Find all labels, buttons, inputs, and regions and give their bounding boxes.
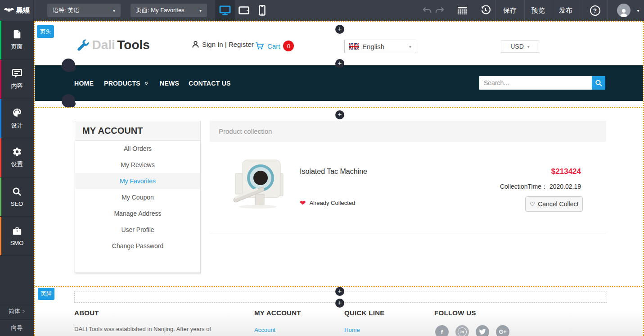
sidebar-item-label: SMO (10, 240, 24, 246)
add-block-button[interactable]: + (335, 110, 344, 119)
footer-follow-title: FOLLOW US (434, 309, 476, 317)
sidebar-item-pages[interactable]: 页面 (0, 21, 34, 60)
account-item-change-password[interactable]: Change Password (75, 238, 200, 254)
signin-register-label: Sign In | Register (202, 41, 254, 48)
cancel-collect-button[interactable]: ♡ Cancel Collect (525, 196, 583, 212)
header-section-tag[interactable]: 页头 (37, 25, 54, 38)
linkedin-label: in (458, 327, 467, 336)
twitter-icon[interactable] (476, 325, 489, 336)
stripe-smo (0, 217, 1, 255)
heart-outline-icon: ♡ (530, 200, 536, 208)
chevron-down-icon: ▾ (199, 8, 202, 13)
account-item-manage-address[interactable]: Manage Address (75, 205, 200, 222)
tablet-view-button[interactable] (235, 0, 253, 21)
product-image[interactable] (232, 156, 286, 209)
sidebar-item-label: 设置 (11, 160, 23, 168)
content-icon (12, 68, 23, 78)
sidebar-item-settings[interactable]: 设置 (0, 138, 34, 177)
footer-home-link[interactable]: Home (344, 327, 360, 333)
help-button[interactable]: ? (589, 0, 601, 21)
collected-label: Already Collected (309, 200, 355, 206)
linkedin-icon[interactable]: in (455, 325, 469, 336)
sidebar-bottom: 简体 > 向导 (0, 303, 34, 336)
grid-panel-button[interactable] (455, 0, 469, 21)
search-button[interactable] (592, 76, 605, 90)
twitter-bird-icon (479, 329, 486, 335)
undo-button[interactable] (421, 0, 433, 21)
site-language-dropdown[interactable]: English ▾ (344, 40, 416, 53)
footer-account-link[interactable]: Account (254, 327, 275, 333)
site-logo[interactable]: Dali Tools (77, 38, 150, 52)
account-item-my-coupon[interactable]: My Coupon (75, 189, 200, 205)
add-block-button[interactable]: + (335, 299, 344, 308)
add-block-button[interactable]: + (335, 287, 344, 296)
sidebar-item-seo[interactable]: SEO (0, 177, 34, 217)
add-block-button[interactable]: + (335, 25, 344, 34)
sidebar-item-label: 内容 (11, 82, 23, 90)
account-item-all-orders[interactable]: All Orders (75, 141, 200, 157)
history-icon (481, 5, 491, 15)
tablet-icon (239, 6, 249, 14)
nav-home[interactable]: HOME (74, 65, 94, 101)
mobile-view-button[interactable] (253, 0, 271, 21)
logo-text-dark: Tools (117, 38, 150, 52)
stripe-seo (0, 177, 1, 216)
account-item-my-reviews[interactable]: My Reviews (75, 157, 200, 173)
topbar-divider (580, 0, 580, 21)
currency-dropdown[interactable]: USD ▾ (501, 40, 539, 53)
nav-products[interactable]: PRODUCTS » (104, 65, 149, 101)
person-icon (192, 41, 199, 48)
search-input[interactable] (479, 76, 592, 90)
sidebar-item-label: SEO (11, 200, 23, 207)
nav-news[interactable]: NEWS (160, 65, 179, 101)
publish-button[interactable]: 发布 (552, 0, 580, 21)
language-dropdown[interactable]: 语种: 英语 ▾ (47, 4, 121, 17)
cart-count-badge: 0 (283, 41, 294, 51)
search-icon (595, 79, 603, 87)
undo-icon (422, 6, 432, 14)
app-brand[interactable]: 黑蝠 (0, 0, 34, 21)
account-item-user-profile[interactable]: User Profile (75, 222, 200, 238)
sidebar-item-content[interactable]: 内容 (0, 60, 34, 99)
desktop-icon (219, 5, 231, 15)
save-button[interactable]: 保存 (495, 0, 524, 21)
gear-icon (12, 147, 22, 157)
heart-icon: ❤ (300, 199, 306, 207)
cart-link[interactable]: Cart 0 (255, 41, 294, 51)
signin-register-link[interactable]: Sign In | Register (192, 41, 254, 48)
user-menu-caret[interactable]: ▾ (635, 0, 642, 21)
googleplus-icon[interactable]: G+ (496, 325, 509, 336)
add-block-button[interactable]: + (335, 59, 344, 68)
nav-contact[interactable]: CONTACT US (189, 65, 231, 101)
grid-icon (457, 6, 467, 14)
stripe-pages (0, 21, 1, 59)
chevron-right-icon: > (23, 309, 25, 314)
desktop-view-button[interactable] (215, 0, 235, 21)
redo-button[interactable] (434, 0, 446, 21)
footer-section-tag[interactable]: 页脚 (38, 288, 54, 300)
currency-label: USD (510, 43, 524, 50)
site-canvas: 页头 Dali Tools Sign In | Register Cart 0 … (34, 21, 644, 336)
history-button[interactable] (479, 0, 492, 21)
facebook-icon[interactable]: f (435, 325, 449, 336)
page-dropdown[interactable]: 页面: My Favorites ▾ (131, 4, 207, 17)
logo-text-gray: Dali (92, 38, 115, 52)
preview-button[interactable]: 预览 (524, 0, 552, 21)
chevron-down-icon: ▾ (113, 8, 115, 13)
sidebar-item-smo[interactable]: SMO (0, 217, 34, 256)
wizard-label: 向导 (11, 324, 23, 332)
bat-logo-icon (4, 7, 14, 14)
collection-time: CollectionTime： 2020.02.19 (500, 183, 581, 191)
language-switch-button[interactable]: 简体 > (0, 303, 34, 319)
product-name[interactable]: Isolated Tac Machine (300, 168, 367, 176)
collection-title-bar: Product collection (210, 121, 606, 142)
user-menu-button[interactable] (617, 0, 631, 21)
wizard-button[interactable]: 向导 (0, 319, 34, 336)
user-icon (619, 7, 629, 17)
language-switch-label: 简体 (9, 307, 20, 315)
sidebar-item-design[interactable]: 设计 (0, 99, 34, 138)
page-icon (12, 29, 22, 39)
page-dropdown-label: 页面: My Favorites (136, 6, 185, 14)
account-item-my-favorites[interactable]: My Favorites (75, 173, 200, 189)
section-divider (35, 107, 644, 108)
